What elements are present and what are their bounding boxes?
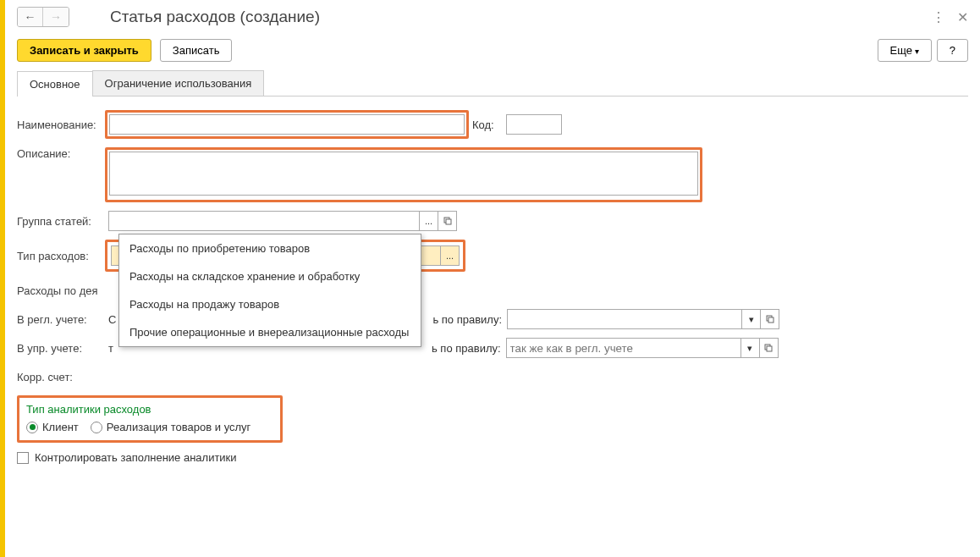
rule2-open-icon[interactable] [760, 338, 779, 358]
regl-value: С [108, 313, 116, 326]
control-checkbox[interactable] [17, 452, 29, 464]
group-input[interactable] [108, 211, 420, 231]
forward-button[interactable]: → [43, 8, 69, 26]
desc-label: Описание: [17, 147, 108, 160]
korr-label: Корр. счет: [17, 371, 108, 383]
radio-realization-icon [91, 422, 102, 433]
group-select-button[interactable]: ... [420, 211, 438, 231]
rule1-label: ь по правилу: [432, 313, 502, 326]
save-button[interactable]: Записать [160, 39, 233, 62]
more-menu-icon[interactable]: ⋮ [932, 9, 945, 25]
type-dropdown: Расходы по приобретению товаров Расходы … [118, 234, 421, 347]
more-button[interactable]: Еще [878, 39, 932, 62]
type-select-button[interactable]: ... [441, 245, 460, 266]
radio-client[interactable]: Клиент [26, 421, 79, 433]
activity-label: Расходы по дея [17, 284, 108, 297]
dropdown-item-2[interactable]: Расходы на складское хранение и обработк… [119, 262, 421, 290]
upr-value: т [108, 342, 113, 355]
page-title: Статья расходов (создание) [110, 8, 320, 26]
rule1-input[interactable] [507, 309, 742, 329]
code-input[interactable] [506, 114, 562, 135]
control-label: Контролировать заполнение аналитики [35, 451, 237, 464]
rule2-label: ь по правилу: [432, 342, 501, 355]
group-open-icon[interactable] [438, 211, 457, 231]
radio-realization-label: Реализация товаров и услуг [107, 421, 251, 433]
save-close-button[interactable]: Записать и закрыть [17, 39, 151, 62]
desc-input[interactable] [109, 152, 698, 196]
help-button[interactable]: ? [937, 39, 968, 62]
dropdown-item-3[interactable]: Расходы на продажу товаров [119, 290, 421, 318]
upr-label: В упр. учете: [17, 342, 108, 355]
rule1-open-icon[interactable] [761, 309, 779, 329]
code-label: Код: [472, 119, 494, 131]
nav-buttons: ← → [17, 7, 69, 27]
back-button[interactable]: ← [18, 8, 43, 26]
tab-restrict[interactable]: Ограничение использования [92, 70, 265, 96]
group-label: Группа статей: [17, 215, 108, 228]
analytics-title: Тип аналитики расходов [26, 403, 273, 416]
type-label: Тип расходов: [17, 250, 108, 262]
close-icon[interactable]: ✕ [957, 9, 968, 25]
tab-main[interactable]: Основное [17, 71, 93, 97]
rule2-dropdown-button[interactable]: ▾ [741, 338, 760, 358]
radio-client-icon [26, 422, 38, 433]
svg-rect-1 [446, 219, 451, 224]
svg-rect-5 [767, 346, 772, 351]
svg-rect-3 [768, 317, 774, 323]
name-label: Наименование: [17, 119, 108, 131]
radio-client-label: Клиент [42, 421, 79, 433]
rule2-input[interactable] [506, 338, 741, 358]
dropdown-item-4[interactable]: Прочие операционные и внереализационные … [119, 318, 421, 346]
radio-realization[interactable]: Реализация товаров и услуг [91, 421, 251, 433]
name-input[interactable] [109, 114, 465, 135]
dropdown-item-1[interactable]: Расходы по приобретению товаров [119, 234, 421, 262]
rule1-dropdown-button[interactable]: ▾ [742, 309, 761, 329]
regl-label: В регл. учете: [17, 313, 108, 326]
